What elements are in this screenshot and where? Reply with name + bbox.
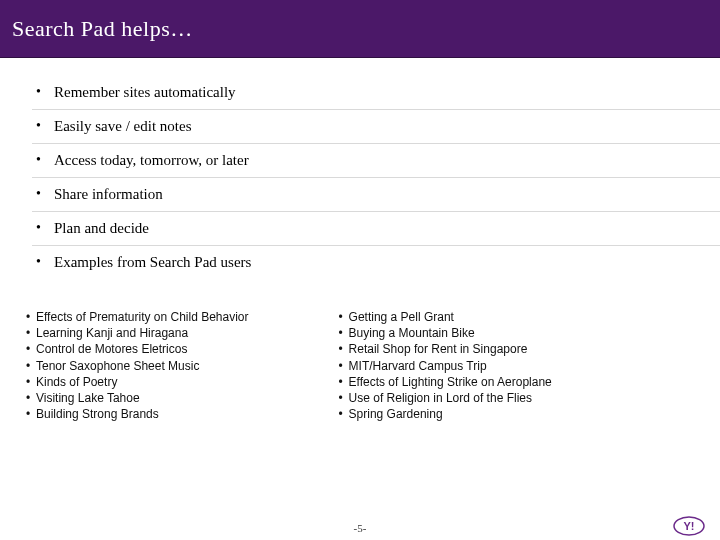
list-item: Kinds of Poetry — [26, 374, 249, 390]
list-item: Access today, tomorrow, or later — [32, 143, 720, 177]
footer: -5- — [0, 522, 720, 534]
list-item: Buying a Mountain Bike — [339, 325, 552, 341]
list-item: Building Strong Brands — [26, 406, 249, 422]
list-item: Visiting Lake Tahoe — [26, 390, 249, 406]
page-title: Search Pad helps… — [12, 16, 193, 42]
list-item: Effects of Prematurity on Child Behavior — [26, 309, 249, 325]
list-item: MIT/Harvard Campus Trip — [339, 358, 552, 374]
list-item: Easily save / edit notes — [32, 109, 720, 143]
list-item: Retail Shop for Rent in Singapore — [339, 341, 552, 357]
list-item: Control de Motores Eletricos — [26, 341, 249, 357]
list-item: Examples from Search Pad users — [32, 245, 720, 279]
main-bullet-list: Remember sites automatically Easily save… — [0, 58, 720, 279]
list-item: Getting a Pell Grant — [339, 309, 552, 325]
list-item: Spring Gardening — [339, 406, 552, 422]
svg-text:Y!: Y! — [684, 520, 695, 532]
list-item: Use of Religion in Lord of the Flies — [339, 390, 552, 406]
examples-right-column: Getting a Pell Grant Buying a Mountain B… — [339, 309, 552, 422]
title-bar: Search Pad helps… — [0, 0, 720, 58]
examples-left-column: Effects of Prematurity on Child Behavior… — [26, 309, 249, 422]
list-item: Tenor Saxophone Sheet Music — [26, 358, 249, 374]
list-item: Learning Kanji and Hiragana — [26, 325, 249, 341]
list-item: Effects of Lighting Strike on Aeroplane — [339, 374, 552, 390]
page-number: -5- — [354, 522, 367, 534]
examples-columns: Effects of Prematurity on Child Behavior… — [0, 279, 720, 422]
list-item: Plan and decide — [32, 211, 720, 245]
yahoo-logo-icon: Y! — [672, 516, 706, 536]
list-item: Remember sites automatically — [32, 76, 720, 109]
list-item: Share information — [32, 177, 720, 211]
